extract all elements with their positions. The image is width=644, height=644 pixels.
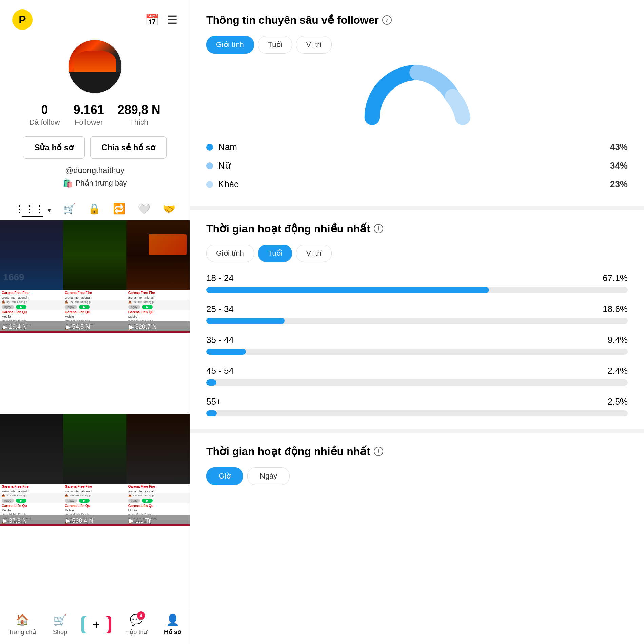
likes-count: 289,8 N bbox=[118, 103, 160, 117]
bottom-nav: 🏠 Trang chủ 🛒 Shop + 💬 4 Hộp thư 👤 Hồ sơ bbox=[0, 608, 190, 644]
male-dot bbox=[206, 144, 213, 151]
following-count: 0 bbox=[41, 103, 48, 117]
edit-profile-button[interactable]: Sửa hồ sơ bbox=[23, 136, 85, 159]
tab-day[interactable]: Ngày bbox=[247, 467, 290, 485]
gender-legend: Nam 43% Nữ 34% Khác 23% bbox=[206, 138, 628, 194]
bar-fill-35-44 bbox=[206, 349, 246, 355]
video-cell-4[interactable]: Garena Free Fire arena International I 📥… bbox=[63, 414, 126, 526]
shop-tag: 🛍️ Phần trưng bày bbox=[63, 178, 127, 188]
tab-videos[interactable]: ⋮⋮⋮ ▾ bbox=[14, 203, 51, 215]
bar-fill-55plus bbox=[206, 410, 217, 416]
male-pct: 43% bbox=[610, 142, 628, 152]
tab-bar: ⋮⋮⋮ ▾ 🛒 🔒 🔁 🤍 🤝 bbox=[0, 197, 190, 220]
nav-add[interactable]: + bbox=[84, 616, 109, 633]
male-label: Nam bbox=[218, 142, 237, 152]
female-dot bbox=[206, 162, 213, 169]
bottom-activity-section: Thời gian hoạt động nhiều nhất i Giờ Ngà… bbox=[206, 445, 628, 485]
avatar bbox=[68, 39, 122, 94]
tab-location[interactable]: Vị trí bbox=[296, 36, 331, 54]
stats-row: 0 Đã follow 9.161 Follower 289,8 N Thích bbox=[29, 103, 160, 127]
follower-info-icon[interactable]: i bbox=[382, 15, 392, 25]
top-bar-icons: 📅 ☰ bbox=[145, 13, 177, 26]
inbox-icon: 💬 4 bbox=[130, 613, 143, 626]
nav-inbox[interactable]: 💬 4 Hộp thư bbox=[125, 613, 147, 636]
bottom-activity-info-icon[interactable]: i bbox=[374, 447, 383, 456]
nav-shop[interactable]: 🛒 Shop bbox=[53, 614, 67, 636]
nav-profile[interactable]: 👤 Hồ sơ bbox=[164, 613, 181, 636]
top-bar: P 📅 ☰ bbox=[0, 0, 190, 34]
tab-hour[interactable]: Giờ bbox=[206, 467, 243, 485]
left-panel: P 📅 ☰ 0 Đã follow 9.161 Follower 289,8 N… bbox=[0, 0, 190, 644]
shop-icon: 🛍️ bbox=[63, 178, 73, 188]
video-cell-0[interactable]: 1669 Garena Free Fire arena Internationa… bbox=[0, 220, 63, 333]
bar-45-54: 45 - 54 2.4% bbox=[206, 366, 628, 386]
video-cell-1[interactable]: Garena Free Fire arena International I 📥… bbox=[63, 220, 126, 333]
bar-25-34: 25 - 34 18.6% bbox=[206, 304, 628, 324]
tab-gender[interactable]: Giới tính bbox=[206, 36, 254, 54]
follower-filter-tabs: Giới tính Tuổi Vị trí bbox=[206, 36, 628, 54]
video-cell-2[interactable]: Garena Free Fire arena International I 📥… bbox=[126, 220, 190, 333]
share-profile-button[interactable]: Chia sẻ hồ sơ bbox=[90, 136, 166, 159]
tab-repost[interactable]: 🔁 bbox=[113, 203, 125, 215]
bar-fill-25-34 bbox=[206, 318, 285, 324]
shop-label: Phần trưng bày bbox=[76, 179, 127, 188]
nav-profile-label: Hồ sơ bbox=[164, 628, 181, 636]
tab-lock[interactable]: 🔒 bbox=[88, 203, 100, 215]
video-cell-5[interactable]: Garena Free Fire arena International I 📥… bbox=[126, 414, 190, 526]
shop-nav-icon: 🛒 bbox=[53, 614, 67, 627]
username: @duongthaithuy bbox=[65, 165, 124, 175]
p-icon: P bbox=[12, 9, 33, 30]
following-label: Đã follow bbox=[29, 118, 60, 127]
donut-chart-container bbox=[206, 64, 628, 125]
female-label: Nữ bbox=[218, 160, 230, 171]
activity-title-2: Thời gian hoạt động nhiều nhất i bbox=[206, 445, 628, 458]
tab-age[interactable]: Tuổi bbox=[258, 36, 292, 54]
female-pct: 34% bbox=[610, 160, 628, 171]
nav-home[interactable]: 🏠 Trang chủ bbox=[8, 613, 36, 636]
activity-tab-age[interactable]: Tuổi bbox=[258, 245, 292, 262]
activity-info-icon[interactable]: i bbox=[374, 224, 383, 233]
video-views-5: ▶ 1,1 Tr bbox=[129, 517, 187, 524]
video-views-1: ▶ 54,5 N bbox=[66, 323, 123, 331]
legend-male: Nam 43% bbox=[206, 138, 628, 156]
stat-following: 0 Đã follow bbox=[29, 103, 60, 127]
bar-55plus: 55+ 2.5% bbox=[206, 396, 628, 416]
likes-label: Thích bbox=[130, 118, 148, 127]
right-panel: Thông tin chuyên sâu về follower i Giới … bbox=[190, 0, 644, 644]
nav-shop-label: Shop bbox=[53, 629, 67, 636]
calendar-icon[interactable]: 📅 bbox=[145, 13, 159, 26]
activity-tab-location[interactable]: Vị trí bbox=[296, 245, 331, 262]
follower-insights-title: Thông tin chuyên sâu về follower i bbox=[206, 14, 628, 26]
legend-female: Nữ 34% bbox=[206, 156, 628, 175]
video-grid: 1669 Garena Free Fire arena Internationa… bbox=[0, 220, 190, 608]
activity-tab-gender[interactable]: Giới tính bbox=[206, 245, 254, 262]
nav-home-label: Trang chủ bbox=[8, 628, 36, 636]
legend-other: Khác 23% bbox=[206, 175, 628, 194]
video-cell-3[interactable]: Garena Free Fire arena International I 📥… bbox=[0, 414, 63, 526]
other-dot bbox=[206, 181, 213, 188]
bar-35-44: 35 - 44 9.4% bbox=[206, 335, 628, 355]
bar-18-24: 18 - 24 67.1% bbox=[206, 273, 628, 293]
profile-section: 0 Đã follow 9.161 Follower 289,8 N Thích… bbox=[0, 34, 190, 188]
followers-label: Follower bbox=[75, 118, 103, 127]
stat-likes: 289,8 N Thích bbox=[118, 103, 160, 127]
bar-fill-18-24 bbox=[206, 287, 489, 293]
bar-fill-45-54 bbox=[206, 379, 216, 386]
activity-filter-tabs: Giới tính Tuổi Vị trí bbox=[206, 245, 628, 262]
section-divider-2 bbox=[190, 429, 644, 433]
followers-count: 9.161 bbox=[74, 103, 104, 117]
tab-shop[interactable]: 🛒 bbox=[63, 203, 76, 215]
profile-nav-icon: 👤 bbox=[166, 613, 179, 626]
age-bars: 18 - 24 67.1% 25 - 34 18.6% 35 - 44 9.4% bbox=[206, 273, 628, 416]
menu-icon[interactable]: ☰ bbox=[167, 13, 177, 26]
home-icon: 🏠 bbox=[16, 613, 29, 626]
other-pct: 23% bbox=[610, 179, 628, 190]
tab-like[interactable]: 🤍 bbox=[138, 203, 150, 215]
video-views-2: ▶ 320,7 N bbox=[129, 323, 187, 331]
tab-collab[interactable]: 🤝 bbox=[163, 203, 175, 215]
video-views-3: ▶ 37,8 N bbox=[3, 517, 60, 524]
section-divider-1 bbox=[190, 206, 644, 210]
inbox-badge: 4 bbox=[137, 611, 145, 620]
donut-chart bbox=[363, 64, 471, 125]
bottom-filter-tabs: Giờ Ngày bbox=[206, 467, 628, 485]
